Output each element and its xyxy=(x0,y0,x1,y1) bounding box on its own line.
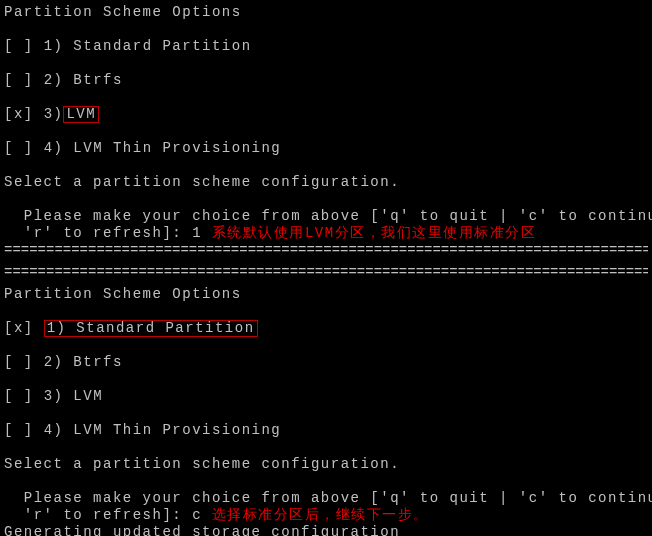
prompt-line2-1[interactable]: 'r' to refresh]: 1 系统默认使用LVM分区，我们这里使用标准分… xyxy=(4,225,648,242)
option-btrfs-2[interactable]: [ ] 2) Btrfs xyxy=(4,354,648,371)
instruction-2: Select a partition scheme configuration. xyxy=(4,456,648,473)
divider-bottom: ========================================… xyxy=(4,264,648,281)
status-generating: Generating updated storage configuration xyxy=(4,524,648,536)
prompt-line2-2[interactable]: 'r' to refresh]: c 选择标准分区后，继续下一步。 xyxy=(4,507,648,524)
terminal-window: Partition Scheme Options [ ] 1) Standard… xyxy=(0,0,652,536)
option-lvmthin-2[interactable]: [ ] 4) LVM Thin Provisioning xyxy=(4,422,648,439)
annotation-2: 选择标准分区后，继续下一步。 xyxy=(212,507,429,523)
option-standard-2[interactable]: [x] 1) Standard Partition xyxy=(4,320,648,337)
section2-title: Partition Scheme Options xyxy=(4,286,648,303)
option-standard-1[interactable]: [ ] 1) Standard Partition xyxy=(4,38,648,55)
instruction-1: Select a partition scheme configuration. xyxy=(4,174,648,191)
option-lvmthin-1[interactable]: [ ] 4) LVM Thin Provisioning xyxy=(4,140,648,157)
annotation-1: 系统默认使用LVM分区，我们这里使用标准分区 xyxy=(212,225,536,241)
section1-title: Partition Scheme Options xyxy=(4,4,648,21)
selected-highlight-1: LVM xyxy=(63,106,99,123)
option-lvm-1[interactable]: [x] 3)LVM xyxy=(4,106,648,123)
prompt-line1-1: Please make your choice from above ['q' … xyxy=(4,208,648,225)
prompt-line1-2: Please make your choice from above ['q' … xyxy=(4,490,648,507)
option-btrfs-1[interactable]: [ ] 2) Btrfs xyxy=(4,72,648,89)
option-lvm-2[interactable]: [ ] 3) LVM xyxy=(4,388,648,405)
selected-highlight-2: 1) Standard Partition xyxy=(44,320,258,337)
divider-top: ========================================… xyxy=(4,242,648,259)
